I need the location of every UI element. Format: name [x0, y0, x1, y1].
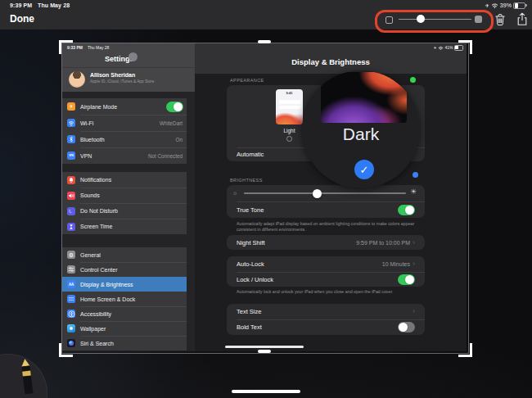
dark-selected-check-icon: ✓ [354, 160, 374, 179]
home-indicator[interactable] [232, 390, 300, 393]
loupe-size-handle[interactable] [413, 172, 418, 178]
wifi-status-icon [491, 2, 498, 8]
crop-handle-bottom-left[interactable] [59, 343, 73, 357]
device-status-icons: ✈ 39% [485, 2, 525, 10]
device-date: Thu May 28 [38, 2, 70, 8]
crop-frame [61, 43, 469, 354]
airplane-status-icon: ✈ [485, 2, 489, 8]
loupe-zoom-handle[interactable] [410, 77, 416, 83]
share-icon[interactable] [516, 12, 528, 26]
crop-handle-top-right[interactable] [458, 40, 472, 54]
done-button[interactable]: Done [10, 13, 34, 25]
crop-handle-top[interactable] [258, 40, 271, 43]
crop-handle-top-left[interactable] [59, 40, 73, 54]
crop-handle-bottom-right[interactable] [458, 343, 472, 357]
pen-tool-well[interactable] [0, 354, 47, 398]
battery-icon [513, 2, 525, 10]
trash-icon[interactable] [494, 13, 506, 26]
highlight-oval-annotation[interactable] [375, 10, 494, 33]
battery-percent: 39% [500, 2, 512, 8]
dark-option-label: Dark [302, 124, 420, 144]
highlighter-pen-icon[interactable] [20, 359, 33, 396]
device-time: 9:39 PM [10, 2, 32, 8]
crop-handle-bottom[interactable] [258, 350, 271, 353]
loupe-annotation[interactable]: Dark ✓ [302, 70, 420, 188]
